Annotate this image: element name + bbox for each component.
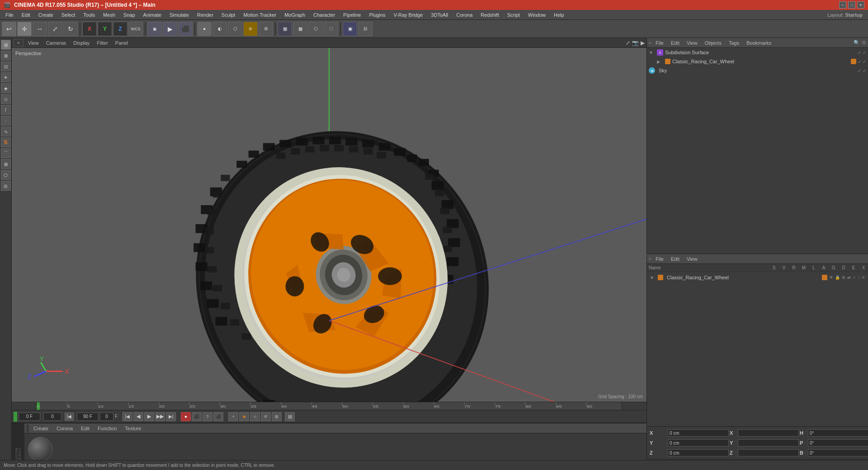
obj-manager-icon[interactable]: ≡ (649, 41, 651, 45)
left-tool-grid[interactable]: ⊞ (1, 51, 11, 61)
attr-check3[interactable]: ✓ (853, 275, 856, 280)
viewport-layout-1[interactable]: ▣ (343, 22, 357, 36)
viewport-filter-menu[interactable]: Filter (94, 39, 110, 47)
viewport-camera-icon[interactable]: 📷 (632, 40, 639, 46)
left-tool-polygon[interactable]: ◇ (1, 94, 11, 104)
orange-sq-btn[interactable]: ■ (239, 412, 249, 421)
viewport-fit-icon[interactable]: ⤢ (626, 40, 630, 46)
obj-menu-tags[interactable]: Tags (726, 39, 742, 47)
viewport-panel-menu[interactable]: Panel (113, 39, 131, 47)
menu-file[interactable]: File (2, 11, 17, 19)
animate-mode-button[interactable]: ⚙ (243, 22, 258, 36)
motion-path-btn[interactable]: ⬛ (213, 412, 223, 421)
left-tool-sculpt2[interactable]: ⌒ (1, 148, 11, 158)
render-region-button[interactable]: ▣ (147, 22, 162, 36)
menu-render[interactable]: Render (193, 11, 217, 19)
z-axis-button[interactable]: Z (113, 22, 127, 36)
left-tool-camera[interactable]: ⊡ (1, 61, 11, 71)
viewport-display-menu[interactable]: Display (71, 39, 92, 47)
left-tool-point[interactable]: · (1, 116, 11, 126)
tab-corona[interactable]: Corona (53, 425, 76, 432)
attr-view[interactable]: View (684, 255, 700, 263)
attr-lock-icon[interactable]: 🔒 (835, 275, 840, 280)
menu-character[interactable]: Character (310, 11, 339, 19)
menu-select[interactable]: Select (58, 11, 79, 19)
menu-redshift[interactable]: Redshift (477, 11, 502, 19)
auto-key-btn[interactable]: ⬛ (192, 412, 202, 421)
sky-check1[interactable]: ✓ (858, 68, 861, 73)
coord-b-input[interactable] (808, 449, 868, 456)
obj-menu-view[interactable]: View (684, 39, 700, 47)
menu-plugins[interactable]: Plugins (365, 11, 389, 19)
obj-search-icon[interactable]: 🔍 (854, 40, 860, 46)
menu-create[interactable]: Create (35, 11, 57, 19)
attr-file[interactable]: File (653, 255, 666, 263)
attr-eye-icon[interactable]: 👁 (829, 275, 833, 280)
coord-y-pos-input[interactable] (668, 439, 729, 446)
left-tool-object[interactable]: ◈ (1, 83, 11, 93)
tab-create[interactable]: Create (30, 425, 52, 432)
y-axis-button[interactable]: Y (98, 22, 112, 36)
frame-input-2[interactable] (43, 413, 61, 421)
menu-mesh[interactable]: Mesh (99, 11, 119, 19)
circle-btn[interactable]: ○ (250, 412, 260, 421)
viewport-cameras-menu[interactable]: Cameras (43, 39, 69, 47)
menu-snap[interactable]: Snap (120, 11, 139, 19)
tab-function[interactable]: Function (94, 425, 120, 432)
attr-down-arrow[interactable]: ↓ (858, 275, 860, 280)
coord-z-pos-input[interactable] (668, 449, 729, 456)
timeline-expand-btn[interactable]: ▤ (285, 412, 295, 421)
menu-help[interactable]: Help (550, 11, 568, 19)
move-tool-button[interactable]: ↔ (33, 22, 47, 36)
menu-3dtoall[interactable]: 3DToAll (427, 11, 452, 19)
display-mode-4-button[interactable]: ⬡ (324, 22, 338, 36)
display-mode-1-button[interactable]: ▦ (278, 22, 292, 36)
obj-check2[interactable]: ✓ (863, 50, 866, 55)
p-btn[interactable]: P (261, 412, 271, 421)
undo-button[interactable]: ↩ (2, 22, 16, 36)
scale-tool-button[interactable]: ⤢ (48, 22, 62, 36)
obj-row-car-wheel[interactable]: ▶ Classic_Racing_Car_Wheel ✓ ✓ (647, 57, 868, 66)
obj-check1[interactable]: ✓ (858, 50, 861, 55)
menu-script[interactable]: Script (504, 11, 524, 19)
grid-btn[interactable]: ⊞ (272, 412, 282, 421)
obj-settings-icon[interactable]: ⚙ (862, 40, 866, 46)
coord-p-input[interactable] (808, 439, 868, 446)
frame-step-input[interactable] (100, 413, 113, 421)
tab-edit[interactable]: Edit (77, 425, 93, 432)
display-mode-3-button[interactable]: ⬡ (308, 22, 323, 36)
left-tool-extra[interactable]: ◎ (1, 181, 11, 191)
menu-motion-tracker[interactable]: Motion Tracker (240, 11, 280, 19)
obj-row-sky[interactable]: ☁ Sky ✓ ✓ (647, 66, 868, 75)
menu-corona[interactable]: Corona (453, 11, 476, 19)
menu-pipeline[interactable]: Pipeline (340, 11, 364, 19)
menu-vray-bridge[interactable]: V-Ray Bridge (390, 11, 427, 19)
tab-texture[interactable]: Texture (121, 425, 145, 432)
left-tool-grid2[interactable]: ⊞ (1, 159, 11, 169)
sculpt-mode-button[interactable]: ◐ (212, 22, 227, 36)
obj-menu-edit[interactable]: Edit (668, 39, 682, 47)
menu-edit[interactable]: Edit (18, 11, 34, 19)
step-fwd-btn[interactable]: ▶▶ (155, 412, 165, 421)
attr-icon[interactable]: ≡ (649, 257, 651, 261)
panel-collapse-btn[interactable] (26, 424, 29, 432)
viewport-layout-2[interactable]: ⊟ (358, 22, 373, 36)
left-tool-s[interactable]: S (1, 137, 11, 147)
attr-x-icon[interactable]: ✕ (862, 275, 865, 280)
model-mode-button[interactable]: ● (197, 22, 212, 36)
wheel-check1[interactable]: ✓ (858, 59, 861, 64)
key-mode-btn[interactable]: + (228, 412, 238, 421)
rigging-mode-button[interactable]: ⚙ (259, 22, 273, 36)
x-axis-button[interactable]: X (82, 22, 97, 36)
rotate-tool-button[interactable]: ↻ (63, 22, 78, 36)
left-tool-edge[interactable]: / (1, 105, 11, 115)
texture-mode-button[interactable]: ⬡ (228, 22, 242, 36)
end-frame-input[interactable] (77, 413, 99, 421)
current-frame-input[interactable] (19, 413, 40, 421)
goto-start-button[interactable]: |◀ (65, 413, 74, 421)
goto-start-btn[interactable]: |◀ (123, 412, 132, 421)
menu-window[interactable]: Window (524, 11, 549, 19)
render-active-view-button[interactable]: ▶ (163, 22, 177, 36)
menu-tools[interactable]: Tools (80, 11, 99, 19)
obj-menu-objects[interactable]: Objects (702, 39, 724, 47)
